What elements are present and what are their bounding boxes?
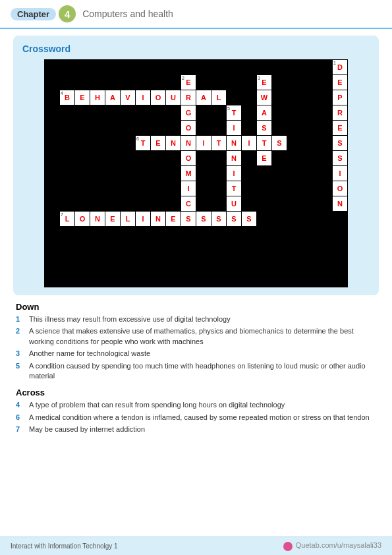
grid-cell xyxy=(242,257,256,272)
grid-cell xyxy=(151,257,165,272)
grid-cell xyxy=(166,257,181,272)
grid-cell xyxy=(75,272,90,287)
grid-cell xyxy=(136,105,150,120)
grid-cell xyxy=(318,257,332,272)
grid-cell: E xyxy=(105,212,120,226)
grid-cell xyxy=(166,60,181,74)
clue-text: May be caused by internet addiction xyxy=(29,424,376,434)
grid-cell xyxy=(121,272,135,287)
grid-cell xyxy=(90,272,105,287)
grid-cell xyxy=(60,75,74,90)
grid-cell xyxy=(75,60,90,74)
clue-text: A science that makes extensive use of ma… xyxy=(29,326,376,347)
grid-cell xyxy=(242,227,256,241)
grid-cell: S xyxy=(333,136,347,150)
grid-cell: C xyxy=(181,196,196,211)
grid-cell: O xyxy=(333,181,347,196)
grid-cell: N xyxy=(90,212,105,226)
grid-cell xyxy=(151,75,165,90)
grid-cell xyxy=(121,257,135,272)
grid-cell: 2E xyxy=(181,75,196,90)
grid-cell xyxy=(151,105,165,120)
grid-cell xyxy=(196,166,211,181)
grid-cell xyxy=(90,105,105,120)
grid-cell xyxy=(105,75,120,90)
grid-cell: O xyxy=(151,90,165,105)
clue-item: 6A medical condition where a tendon is i… xyxy=(16,413,376,423)
grid-cell xyxy=(151,196,165,211)
grid-cell xyxy=(287,196,302,211)
grid-cell xyxy=(75,105,90,120)
grid-cell xyxy=(60,272,74,287)
grid-cell: L xyxy=(121,212,135,226)
grid-cell xyxy=(257,60,271,74)
grid-cell xyxy=(60,121,74,135)
grid-cell xyxy=(242,90,256,105)
grid-cell xyxy=(90,136,105,150)
grid-cell xyxy=(211,242,226,256)
grid-cell xyxy=(196,105,211,120)
grid-cell xyxy=(318,181,332,196)
grid-cell xyxy=(45,90,59,105)
grid-cell xyxy=(211,75,226,90)
grid-container: 1D2E3EE4BEHAVIOURALWPG5TAROISE6TENNITNIT… xyxy=(22,59,370,287)
grid-cell: S xyxy=(181,212,196,226)
chapter-title: Computers and health xyxy=(82,9,173,19)
grid-cell xyxy=(318,121,332,135)
grid-cell xyxy=(257,242,271,256)
grid-cell: S xyxy=(333,151,347,165)
grid-cell xyxy=(181,60,196,74)
grid-cell: M xyxy=(181,166,196,181)
grid-cell: E xyxy=(166,212,181,226)
grid-cell xyxy=(242,151,256,165)
grid-cell xyxy=(121,75,135,90)
grid-cell: O xyxy=(181,151,196,165)
clue-number: 7 xyxy=(16,424,25,434)
grid-cell xyxy=(272,272,287,287)
clue-item: 3Another name for technological waste xyxy=(16,349,376,359)
grid-cell: 5T xyxy=(227,105,241,120)
crossword-grid: 1D2E3EE4BEHAVIOURALWPG5TAROISE6TENNITNIT… xyxy=(44,59,348,287)
grid-cell xyxy=(45,242,59,256)
grid-cell xyxy=(121,181,135,196)
grid-cell: I xyxy=(136,212,150,226)
grid-cell xyxy=(287,105,302,120)
grid-cell: S xyxy=(242,212,256,226)
grid-cell xyxy=(166,105,181,120)
grid-cell xyxy=(302,151,317,165)
clue-item: 1This illness may result from excessive … xyxy=(16,314,376,324)
grid-cell xyxy=(136,272,150,287)
grid-cell xyxy=(60,242,74,256)
grid-cell: W xyxy=(257,90,271,105)
grid-cell xyxy=(60,181,74,196)
grid-cell xyxy=(318,105,332,120)
grid-cell: P xyxy=(333,90,347,105)
grid-cell xyxy=(181,227,196,241)
clue-item: 7May be caused by internet addiction xyxy=(16,424,376,434)
grid-cell: 7L xyxy=(60,212,74,226)
grid-cell xyxy=(45,166,59,181)
grid-cell xyxy=(227,90,241,105)
grid-cell: N xyxy=(166,136,181,150)
grid-cell: I xyxy=(242,136,256,150)
clue-number: 2 xyxy=(16,326,25,347)
grid-cell xyxy=(151,181,165,196)
grid-cell xyxy=(151,151,165,165)
grid-cell xyxy=(257,166,271,181)
grid-cell xyxy=(136,75,150,90)
grid-cell xyxy=(211,151,226,165)
grid-cell xyxy=(287,257,302,272)
grid-cell xyxy=(45,60,59,74)
grid-cell xyxy=(287,181,302,196)
grid-cell xyxy=(136,196,150,211)
grid-cell xyxy=(257,257,271,272)
grid-cell xyxy=(227,272,241,287)
grid-cell xyxy=(166,227,181,241)
grid-cell xyxy=(181,257,196,272)
grid-cell xyxy=(90,75,105,90)
grid-cell xyxy=(272,212,287,226)
grid-cell: S xyxy=(196,212,211,226)
grid-cell xyxy=(272,196,287,211)
clue-text: Another name for technological waste xyxy=(29,349,376,359)
footer-left: Interact with Information Technolgy 1 xyxy=(11,542,118,550)
